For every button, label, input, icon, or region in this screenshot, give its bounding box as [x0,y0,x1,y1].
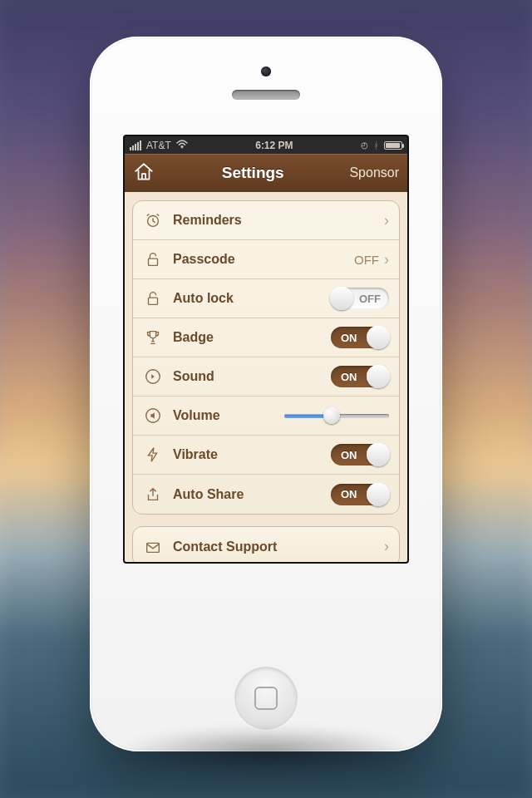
chevron-right-icon: › [384,538,389,555]
toggle-knob [367,443,390,466]
sound-toggle[interactable]: ON [331,366,389,387]
nav-bar: Settings Sponsor [125,154,407,192]
share-icon [143,485,163,505]
row-label: Passcode [173,252,354,267]
row-autoshare: Auto Share ON [133,475,399,514]
sponsor-button[interactable]: Sponsor [349,165,399,180]
row-badge: Badge ON [133,318,399,357]
toggle-label: ON [341,332,357,344]
page-title: Settings [156,164,349,182]
row-label: Auto lock [173,291,331,306]
row-sound: Sound ON [133,357,399,397]
device-camera [261,66,271,76]
toggle-knob [367,365,390,388]
settings-group-main: Reminders › Passcode OFF › Auto lock [132,200,400,515]
phone-device: AT&T 6:12 PM ◴ ᚼ Settings Sponsor [90,37,442,751]
clock-icon [143,210,163,230]
toggle-label: ON [341,488,357,500]
battery-icon [384,141,402,150]
bolt-icon [143,445,163,465]
carrier-label: AT&T [146,140,171,151]
row-vibrate: Vibrate ON [133,436,399,475]
toggle-knob [367,326,390,349]
row-autolock: Auto lock OFF [133,279,399,318]
row-label: Sound [173,369,331,384]
slider-thumb[interactable] [323,407,340,424]
row-label: Auto Share [173,487,331,502]
lock-icon [143,288,163,308]
row-label: Badge [173,330,331,345]
device-speaker [232,90,300,100]
row-label: Reminders [173,213,384,228]
svg-rect-3 [149,298,158,304]
svg-point-0 [181,146,183,148]
home-button[interactable] [133,161,156,185]
speaker-icon [143,367,163,387]
autolock-toggle[interactable]: OFF [331,288,389,309]
screen: AT&T 6:12 PM ◴ ᚼ Settings Sponsor [123,135,409,564]
row-volume: Volume [133,397,399,436]
vibrate-toggle[interactable]: ON [331,444,389,466]
toggle-label: ON [341,371,357,383]
row-label: Vibrate [173,447,331,462]
status-bar: AT&T 6:12 PM ◴ ᚼ [125,136,407,154]
row-label: Contact Support [173,539,384,554]
toggle-knob [367,483,390,506]
row-reminders[interactable]: Reminders › [133,201,399,240]
trophy-icon [143,328,163,347]
row-label: Volume [173,408,278,423]
toggle-knob [330,287,353,310]
wifi-icon [176,140,188,151]
row-contact-support[interactable]: Contact Support › [133,527,399,564]
settings-content: Reminders › Passcode OFF › Auto lock [125,192,407,562]
settings-group-support: Contact Support › [132,526,400,564]
mail-icon [143,537,163,557]
volume-slider[interactable] [284,407,389,424]
row-passcode[interactable]: Passcode OFF › [133,240,399,279]
chevron-right-icon: › [384,251,389,268]
device-home-button[interactable] [234,667,298,730]
svg-rect-6 [147,543,160,552]
alarm-icon: ◴ [361,140,368,150]
status-time: 6:12 PM [188,140,361,151]
row-value: OFF [354,253,379,267]
volume-icon [143,406,163,426]
badge-toggle[interactable]: ON [331,327,389,348]
lock-icon [143,249,163,269]
autoshare-toggle[interactable]: ON [331,484,389,505]
signal-icon [130,140,141,150]
svg-rect-2 [149,259,158,265]
bluetooth-icon: ᚼ [373,140,379,151]
toggle-label: ON [341,449,357,461]
toggle-label: OFF [359,293,381,305]
chevron-right-icon: › [384,212,389,229]
